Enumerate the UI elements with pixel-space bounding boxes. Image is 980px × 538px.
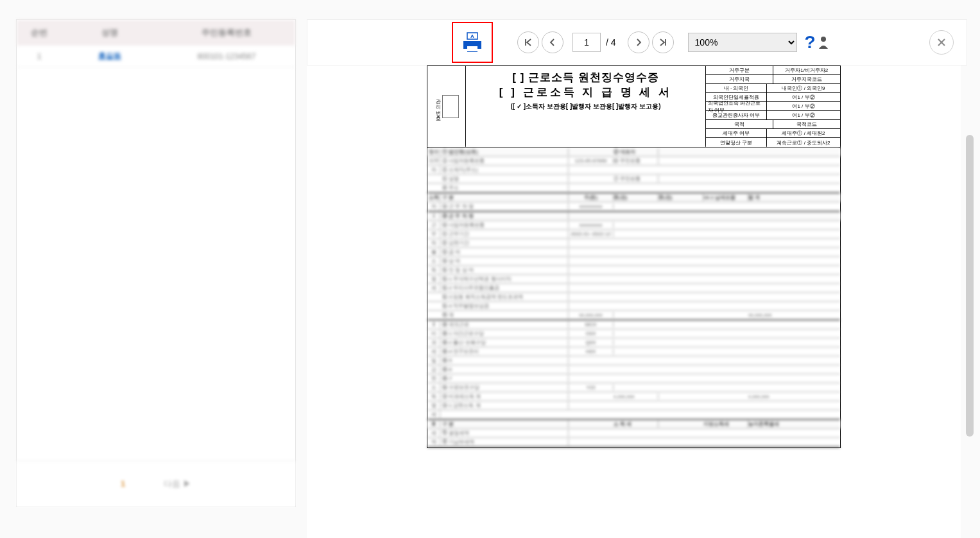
cell-id: 800101-1234567 bbox=[158, 52, 295, 61]
sidebar-list-panel: 순번 성명 주민등록번호 1 홍길동 800101-1234567 1 다음 ▶ bbox=[16, 19, 296, 507]
col-header-name: 성명 bbox=[62, 27, 158, 39]
first-page-icon bbox=[524, 38, 533, 47]
chevron-left-icon bbox=[549, 39, 556, 46]
meta-value: 여1 / 부② bbox=[767, 93, 840, 101]
meta-value: 거주자1/비거주자2 bbox=[773, 66, 841, 74]
meta-value: 국적코드 bbox=[773, 120, 841, 128]
document-scroll-area[interactable]: 관리 번호 [ ] 근로소득 원천징수영수증 [ ] 근로소득 지 급 명 세 … bbox=[307, 65, 961, 538]
document-meta-box: 거주구분거주자1/비거주자2 거주지국거주지국코드 내 · 외국인내국인① / … bbox=[705, 66, 840, 147]
close-button[interactable] bbox=[929, 30, 954, 55]
meta-label: 외국법인소속 파견근로자 여부 bbox=[706, 102, 767, 110]
next-page-button[interactable] bbox=[628, 31, 649, 53]
meta-label: 세대주 여부 bbox=[706, 129, 767, 137]
chevron-right-icon bbox=[635, 39, 642, 46]
pager-current[interactable]: 1 bbox=[121, 479, 125, 489]
document-page: 관리 번호 [ ] 근로소득 원천징수영수증 [ ] 근로소득 지 급 명 세 … bbox=[427, 65, 841, 448]
cell-name-link[interactable]: 홍길동 bbox=[62, 51, 158, 62]
meta-label: 국적 bbox=[706, 120, 773, 128]
pager-next[interactable]: 다음 ▶ bbox=[164, 478, 191, 490]
title-line-3: ([ ✓ ]소득자 보관용[ ]발행자 보관용[ ]발행자 보고용) bbox=[469, 102, 703, 111]
last-page-icon bbox=[658, 38, 667, 47]
page-total-label: / 4 bbox=[606, 37, 616, 48]
zoom-select[interactable]: 100% bbox=[688, 33, 797, 52]
title-line-2: [ ] 근로소득 지 급 명 세 서 bbox=[469, 85, 703, 100]
prev-page-button[interactable] bbox=[542, 31, 563, 53]
issue-number-field bbox=[442, 95, 459, 118]
page-number-input[interactable] bbox=[572, 33, 601, 52]
title-line-1: [ ] 근로소득 원천징수영수증 bbox=[469, 70, 703, 85]
first-page-button[interactable] bbox=[517, 31, 539, 53]
document-viewer: A / 4 100% bbox=[307, 19, 967, 65]
vertical-scrollbar[interactable] bbox=[966, 65, 974, 515]
svg-point-4 bbox=[821, 37, 826, 42]
cell-seq: 1 bbox=[17, 52, 62, 61]
document-body-blurred: 징수① 법인명(상호)② 대표자 의무③ 사업자등록번호123-45-67890… bbox=[427, 148, 840, 447]
meta-label: 거주구분 bbox=[706, 66, 773, 74]
meta-value: 여1 / 부② bbox=[767, 111, 840, 119]
meta-label: 연말정산 구분 bbox=[706, 138, 767, 147]
help-icon[interactable]: ? bbox=[805, 32, 829, 53]
meta-value: 여1 / 부② bbox=[767, 102, 840, 110]
viewer-toolbar: A / 4 100% bbox=[307, 19, 967, 65]
person-icon bbox=[816, 35, 829, 50]
scrollbar-thumb[interactable] bbox=[966, 135, 974, 437]
meta-value: 내국인① / 외국인9 bbox=[767, 84, 840, 92]
svg-rect-3 bbox=[467, 45, 477, 46]
col-header-seq: 순번 bbox=[17, 27, 62, 39]
last-page-button[interactable] bbox=[652, 31, 674, 53]
col-header-id: 주민등록번호 bbox=[158, 27, 295, 39]
list-item[interactable]: 1 홍길동 800101-1234567 bbox=[17, 46, 295, 67]
meta-label: 거주지국 bbox=[706, 75, 773, 83]
meta-value: 계속근로① / 중도퇴사2 bbox=[767, 138, 840, 147]
svg-text:A: A bbox=[470, 33, 474, 39]
issue-number-box: 관리 번호 bbox=[427, 66, 466, 147]
page-nav: / 4 bbox=[517, 31, 674, 53]
sidebar-pager: 1 다음 ▶ bbox=[17, 460, 295, 507]
document-title-row: 관리 번호 [ ] 근로소득 원천징수영수증 [ ] 근로소득 지 급 명 세 … bbox=[427, 66, 840, 148]
sidebar-header: 순번 성명 주민등록번호 bbox=[17, 20, 295, 46]
meta-value: 거주지국코드 bbox=[773, 75, 841, 83]
meta-label: 내 · 외국인 bbox=[706, 84, 767, 92]
print-icon[interactable]: A bbox=[461, 31, 484, 54]
issue-number-label: 관리 번호 bbox=[434, 96, 441, 117]
document-title: [ ] 근로소득 원천징수영수증 [ ] 근로소득 지 급 명 세 서 ([ ✓… bbox=[466, 66, 705, 147]
close-icon bbox=[937, 38, 946, 47]
print-button-highlight: A bbox=[452, 22, 493, 63]
meta-label: 종교관련종사자 여부 bbox=[706, 111, 767, 119]
meta-value: 세대주① / 세대원2 bbox=[767, 129, 840, 137]
